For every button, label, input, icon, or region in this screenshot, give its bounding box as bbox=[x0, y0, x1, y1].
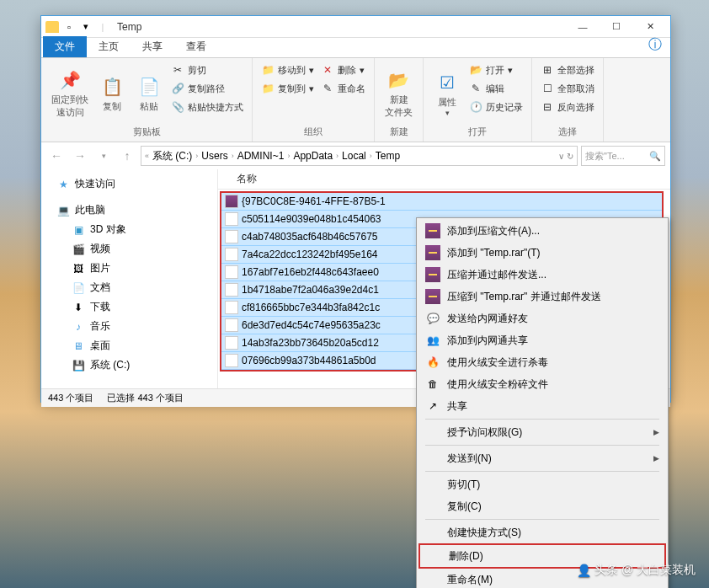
ctx-add-archive[interactable]: 添加到压缩文件(A)... bbox=[418, 220, 666, 242]
select-all-button[interactable]: ⊞全部选择 bbox=[537, 61, 598, 78]
tab-home[interactable]: 主页 bbox=[87, 36, 131, 57]
ctx-cut[interactable]: 剪切(T) bbox=[418, 473, 666, 495]
invert-selection-button[interactable]: ⊟反向选择 bbox=[537, 99, 598, 115]
maximize-button[interactable]: ☐ bbox=[600, 17, 633, 37]
rar-icon bbox=[425, 267, 440, 282]
toutiao-icon: 👤 bbox=[577, 564, 591, 577]
file-row[interactable]: {97BC0C8E-9461-4FFE-87B5-1 bbox=[221, 193, 662, 211]
ctx-add-share[interactable]: 👥添加到内网通共享 bbox=[418, 329, 666, 351]
rar-icon bbox=[425, 223, 440, 238]
history-button[interactable]: 🕐历史记录 bbox=[466, 99, 526, 115]
minimize-button[interactable]: — bbox=[566, 17, 600, 37]
separator bbox=[425, 419, 659, 420]
nav-this-pc[interactable]: 💻此电脑 bbox=[41, 200, 217, 220]
rar-icon bbox=[425, 289, 440, 304]
copy-path-button[interactable]: 🔗复制路径 bbox=[168, 80, 247, 97]
file-name: {97BC0C8E-9461-4FFE-87B5-1 bbox=[242, 195, 386, 207]
nav-recent-button[interactable]: ▾ bbox=[93, 146, 114, 166]
properties-icon: ☑ bbox=[434, 69, 461, 96]
paste-shortcut-button[interactable]: 📎粘贴快捷方式 bbox=[168, 99, 247, 115]
titlebar: ▫ ▾ | Temp — ☐ ✕ bbox=[41, 16, 670, 38]
open-button[interactable]: 📂打开 ▾ bbox=[466, 61, 526, 78]
ribbon-group-organize: 📁移动到 ▾ 📁复制到 ▾ ✕删除 ▾ ✎重命名 组织 bbox=[253, 58, 375, 142]
nav-back-button[interactable]: ← bbox=[46, 146, 67, 166]
nav-desktop[interactable]: 🖥桌面 bbox=[41, 336, 217, 355]
nav-videos[interactable]: 🎬视频 bbox=[41, 239, 217, 259]
qat-item[interactable]: ▾ bbox=[78, 19, 93, 35]
desktop-icon: 🖥 bbox=[72, 339, 85, 353]
column-header[interactable]: 名称 bbox=[218, 169, 670, 190]
search-input[interactable]: 搜索"Te...🔍 bbox=[581, 146, 665, 166]
copy-to-button[interactable]: 📁复制到 ▾ bbox=[258, 80, 317, 97]
nav-3d-objects[interactable]: ▣3D 对象 bbox=[41, 220, 217, 239]
ribbon-group-select: ⊞全部选择 ☐全部取消 ⊟反向选择 选择 bbox=[532, 58, 604, 142]
divider: | bbox=[95, 19, 110, 35]
tab-file[interactable]: 文件 bbox=[43, 36, 87, 57]
file-name: c505114e9039e048b1c454063 bbox=[242, 213, 381, 225]
file-name: 7a4ca22dcc123242bf495e164 bbox=[242, 249, 377, 260]
ctx-compress-email[interactable]: 压缩并通过邮件发送... bbox=[418, 264, 666, 286]
rar-file-icon bbox=[225, 195, 238, 208]
nav-pictures[interactable]: 🖼图片 bbox=[41, 259, 217, 278]
ribbon-help[interactable]: ⓘ bbox=[640, 33, 670, 57]
ribbon-tabs: 文件 主页 共享 查看 ⓘ bbox=[41, 38, 670, 58]
ctx-huorong-scan[interactable]: 🔥使用火绒安全进行杀毒 bbox=[418, 351, 666, 373]
nav-quick-access[interactable]: ★快速访问 bbox=[41, 174, 217, 194]
pin-icon: 📌 bbox=[56, 67, 83, 94]
edit-button[interactable]: ✎编辑 bbox=[466, 80, 526, 97]
nav-downloads[interactable]: ⬇下载 bbox=[41, 297, 217, 317]
path-icon: 🔗 bbox=[171, 82, 184, 95]
ctx-add-temp-rar[interactable]: 添加到 "Temp.rar"(T) bbox=[418, 242, 666, 264]
pc-icon: 💻 bbox=[56, 204, 70, 217]
ctx-send-friend[interactable]: 💬发送给内网通好友 bbox=[418, 307, 666, 329]
share-icon: 👥 bbox=[425, 333, 440, 348]
ctx-copy[interactable]: 复制(C) bbox=[418, 495, 666, 517]
file-name: 6de3d7ed4c54c74e95635a23c bbox=[242, 319, 381, 331]
tab-share[interactable]: 共享 bbox=[131, 36, 174, 57]
qat-item[interactable]: ▫ bbox=[61, 19, 77, 35]
chevron-right-icon: ▶ bbox=[653, 428, 659, 436]
ctx-share[interactable]: ↗共享 bbox=[418, 395, 666, 417]
cube-icon: ▣ bbox=[72, 223, 85, 237]
nav-forward-button[interactable]: → bbox=[70, 146, 90, 166]
properties-button[interactable]: ☑属性▾ bbox=[429, 61, 466, 124]
pin-quick-access-button[interactable]: 📌固定到快 速访问 bbox=[46, 61, 93, 124]
file-icon bbox=[225, 265, 238, 279]
move-to-button[interactable]: 📁移动到 ▾ bbox=[258, 61, 317, 78]
new-folder-button[interactable]: 📂新建 文件夹 bbox=[380, 61, 418, 124]
breadcrumb[interactable]: « 系统 (C:)› Users› ADMINI~1› AppData› Loc… bbox=[141, 146, 578, 166]
ctx-huorong-shred[interactable]: 🗑使用火绒安全粉碎文件 bbox=[418, 373, 666, 395]
shred-icon: 🗑 bbox=[425, 377, 440, 392]
paste-button[interactable]: 📄粘贴 bbox=[131, 61, 168, 124]
select-none-button[interactable]: ☐全部取消 bbox=[537, 80, 598, 97]
ctx-grant-access[interactable]: 授予访问权限(G)▶ bbox=[418, 421, 666, 443]
share-icon: ↗ bbox=[425, 398, 440, 414]
folder-icon bbox=[45, 19, 60, 35]
nav-system-c[interactable]: 💾系统 (C:) bbox=[41, 355, 217, 375]
file-icon bbox=[225, 230, 238, 243]
ribbon-group-clipboard: 📌固定到快 速访问 📋复制 📄粘贴 ✂剪切 🔗复制路径 📎粘贴快捷方式 剪贴板 bbox=[41, 58, 253, 142]
copy-icon: 📋 bbox=[99, 73, 125, 100]
shortcut-icon: 📎 bbox=[171, 100, 184, 114]
item-count: 443 个项目 bbox=[48, 392, 93, 404]
separator bbox=[425, 471, 659, 472]
tab-view[interactable]: 查看 bbox=[174, 36, 218, 57]
copy-button[interactable]: 📋复制 bbox=[93, 61, 131, 124]
downloads-icon: ⬇ bbox=[72, 301, 85, 314]
delete-button[interactable]: ✕删除 ▾ bbox=[317, 61, 369, 78]
ctx-compress-temp-email[interactable]: 压缩到 "Temp.rar" 并通过邮件发送 bbox=[418, 286, 666, 307]
file-icon bbox=[225, 354, 238, 367]
file-name: cf816665bbc7e344b3fa842c1c bbox=[242, 302, 380, 313]
file-icon bbox=[225, 336, 238, 350]
ctx-create-shortcut[interactable]: 创建快捷方式(S) bbox=[418, 521, 666, 543]
nav-up-button[interactable]: ↑ bbox=[117, 146, 137, 166]
chevron-right-icon: ▶ bbox=[653, 454, 659, 462]
cut-button[interactable]: ✂剪切 bbox=[168, 61, 247, 78]
rename-button[interactable]: ✎重命名 bbox=[317, 80, 369, 97]
ctx-send-to[interactable]: 发送到(N)▶ bbox=[418, 447, 666, 469]
shield-icon: 🔥 bbox=[425, 355, 440, 370]
file-icon bbox=[225, 212, 238, 226]
file-name: 1b4718abe7f2a046a39e2d4c1 bbox=[242, 284, 379, 296]
nav-documents[interactable]: 📄文档 bbox=[41, 278, 217, 297]
nav-music[interactable]: ♪音乐 bbox=[41, 317, 217, 336]
